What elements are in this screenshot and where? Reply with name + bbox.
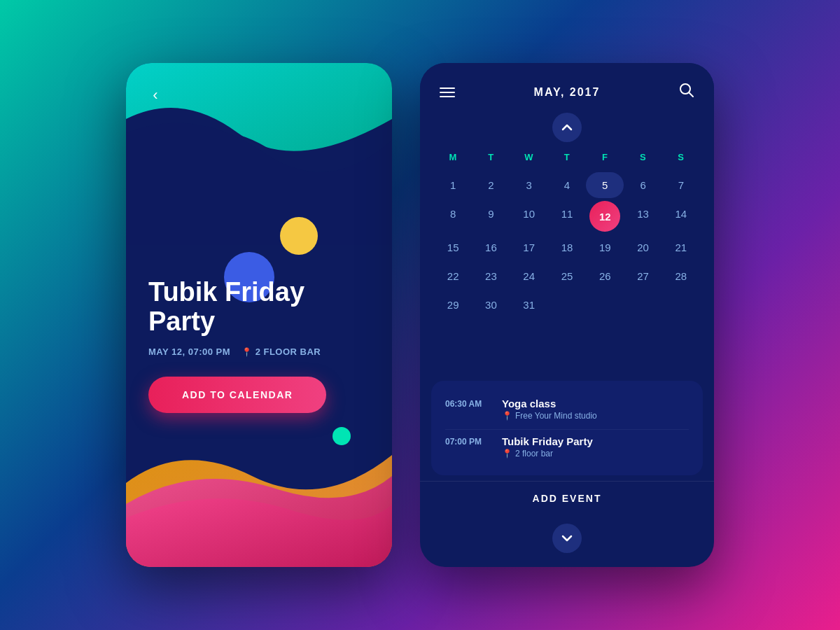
day-header-thu: T [548, 148, 586, 167]
event-date: MAY 12, 07:00 PM [148, 346, 230, 357]
day-empty-3 [624, 292, 662, 318]
add-to-calendar-button[interactable]: ADD TO CALENDAR [148, 377, 326, 413]
day-27[interactable]: 27 [624, 263, 662, 289]
chevron-up-section [420, 113, 714, 142]
day-header-fri: F [586, 148, 624, 167]
day-25[interactable]: 25 [548, 263, 586, 289]
menu-icon[interactable] [440, 88, 455, 97]
day-header-sun: S [662, 148, 700, 167]
day-empty-2 [586, 292, 624, 318]
day-9[interactable]: 9 [472, 201, 510, 232]
month-title: MAY, 2017 [534, 86, 601, 99]
day-16[interactable]: 16 [472, 234, 510, 260]
day-13[interactable]: 13 [624, 201, 662, 232]
add-event-button[interactable]: ADD EVENT [420, 481, 714, 515]
calendar-week-1: 1 2 3 4 5 6 7 [434, 172, 700, 198]
calendar-week-3: 15 16 17 18 19 20 21 [434, 234, 700, 260]
party-time: 07:00 PM [445, 435, 491, 447]
calendar-card: MAY, 2017 M T W T F S S 1 [420, 63, 714, 567]
day-29[interactable]: 29 [434, 292, 472, 318]
events-section: 06:30 AM Yoga class 📍 Free Your Mind stu… [431, 381, 703, 475]
day-17[interactable]: 17 [510, 234, 548, 260]
yoga-location: 📍 Free Your Mind studio [502, 411, 689, 421]
yoga-name: Yoga class [502, 398, 689, 410]
day-26[interactable]: 26 [586, 263, 624, 289]
day-28[interactable]: 28 [662, 263, 700, 289]
day-14[interactable]: 14 [662, 201, 700, 232]
calendar-grid: M T W T F S S 1 2 3 4 5 6 7 8 9 10 11 12… [420, 148, 714, 375]
day-1[interactable]: 1 [434, 172, 472, 198]
calendar-week-5: 29 30 31 [434, 292, 700, 318]
day-19[interactable]: 19 [586, 234, 624, 260]
event-item-party[interactable]: 07:00 PM Tubik Friday Party 📍 2 floor ba… [445, 429, 689, 464]
day-5[interactable]: 5 [586, 172, 624, 198]
day-empty-1 [548, 292, 586, 318]
back-button[interactable]: ‹ [143, 83, 168, 108]
day-7[interactable]: 7 [662, 172, 700, 198]
svg-line-1 [689, 92, 693, 97]
party-details: Tubik Friday Party 📍 2 floor bar [502, 435, 689, 458]
day-2[interactable]: 2 [472, 172, 510, 198]
day-4[interactable]: 4 [548, 172, 586, 198]
event-title: Tubik Friday Party [148, 278, 370, 337]
party-name: Tubik Friday Party [502, 435, 689, 447]
day-21[interactable]: 21 [662, 234, 700, 260]
calendar-week-4: 22 23 24 25 26 27 28 [434, 263, 700, 289]
event-card: ‹ Tubik Friday Party MAY 12, 07:00 PM 📍 … [126, 63, 392, 567]
day-24[interactable]: 24 [510, 263, 548, 289]
yoga-details: Yoga class 📍 Free Your Mind studio [502, 398, 689, 421]
chevron-down-button[interactable] [552, 524, 582, 553]
event-location: 📍 2 FLOOR BAR [241, 346, 321, 357]
search-icon[interactable] [679, 83, 694, 102]
calendar-week-2: 8 9 10 11 12 13 14 [434, 201, 700, 232]
day-header-wed: W [510, 148, 548, 167]
pin-icon-yoga: 📍 [502, 411, 512, 421]
day-23[interactable]: 23 [472, 263, 510, 289]
deco-circle-teal [332, 427, 351, 445]
event-info: Tubik Friday Party MAY 12, 07:00 PM 📍 2 … [148, 278, 370, 413]
pin-icon-party: 📍 [502, 449, 512, 458]
day-31[interactable]: 31 [510, 292, 548, 318]
day-8[interactable]: 8 [434, 201, 472, 232]
day-header-mon: M [434, 148, 472, 167]
pin-icon: 📍 [241, 347, 253, 357]
calendar-header: MAY, 2017 [420, 63, 714, 113]
day-20[interactable]: 20 [624, 234, 662, 260]
day-headers: M T W T F S S [434, 148, 700, 167]
day-header-tue: T [472, 148, 510, 167]
yoga-time: 06:30 AM [445, 398, 491, 409]
event-item-yoga[interactable]: 06:30 AM Yoga class 📍 Free Your Mind stu… [445, 392, 689, 426]
chevron-up-button[interactable] [552, 113, 582, 142]
chevron-down-section [420, 515, 714, 567]
deco-circle-yellow [280, 217, 318, 255]
day-22[interactable]: 22 [434, 263, 472, 289]
day-6[interactable]: 6 [624, 172, 662, 198]
day-11[interactable]: 11 [548, 201, 586, 232]
party-location: 📍 2 floor bar [502, 449, 689, 458]
day-empty-4 [662, 292, 700, 318]
event-meta: MAY 12, 07:00 PM 📍 2 FLOOR BAR [148, 346, 370, 357]
day-3[interactable]: 3 [510, 172, 548, 198]
day-15[interactable]: 15 [434, 234, 472, 260]
day-18[interactable]: 18 [548, 234, 586, 260]
day-10[interactable]: 10 [510, 201, 548, 232]
day-30[interactable]: 30 [472, 292, 510, 318]
day-header-sat: S [624, 148, 662, 167]
day-12-selected[interactable]: 12 [589, 201, 620, 232]
